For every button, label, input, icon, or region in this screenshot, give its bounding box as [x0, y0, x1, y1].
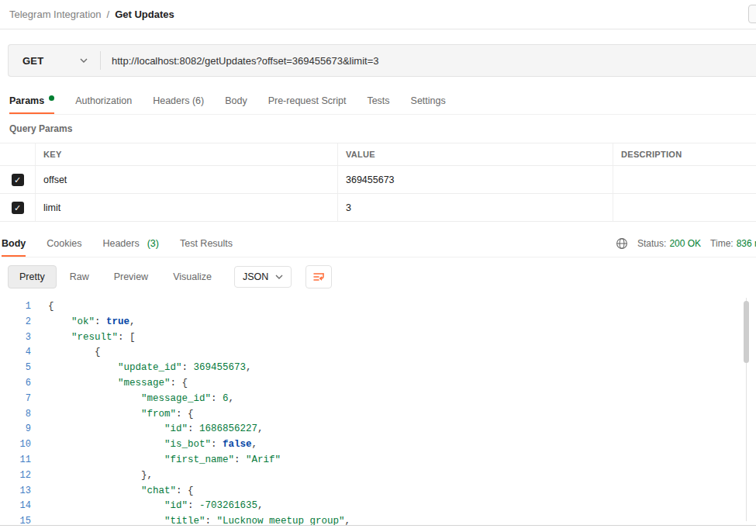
line-number-gutter: 123456789101112131415	[0, 299, 31, 525]
param-key[interactable]: limit	[35, 194, 337, 221]
response-tab-cookies[interactable]: Cookies	[47, 230, 81, 257]
tab-label: Tests	[367, 95, 389, 106]
method-select[interactable]: GET	[9, 45, 100, 76]
method-label: GET	[22, 55, 43, 67]
view-tab-preview[interactable]: Preview	[102, 265, 160, 288]
param-value[interactable]: 369455673	[337, 166, 613, 193]
request-tab-authorization[interactable]: Authorization	[75, 87, 132, 114]
tab-label: Test Results	[180, 238, 233, 249]
request-tab-pre-request-script[interactable]: Pre-request Script	[268, 87, 347, 114]
line-number: 6	[0, 376, 31, 392]
chevron-down-icon	[275, 275, 283, 279]
request-tab-settings[interactable]: Settings	[411, 87, 446, 114]
breadcrumb-request-name: Get Updates	[115, 9, 174, 20]
breadcrumb-collection[interactable]: Telegram Integration	[9, 9, 102, 20]
line-number: 12	[0, 468, 31, 484]
chevron-down-icon	[80, 58, 88, 63]
param-description[interactable]	[613, 166, 756, 193]
postman-request-window: Telegram Integration / Get Updates GET h…	[0, 0, 756, 532]
param-checkbox[interactable]: ✓	[12, 174, 24, 186]
network-globe-icon[interactable]	[616, 237, 628, 250]
query-params-table: KEYVALUEDESCRIPTION ✓offset369455673✓lim…	[0, 143, 756, 222]
code-line: "from": {	[48, 407, 350, 423]
status-label: Status:	[637, 238, 666, 249]
param-key[interactable]: offset	[35, 166, 337, 193]
view-tabs: PrettyRawPreviewVisualize	[8, 265, 223, 288]
code-line: "result": [	[48, 330, 350, 346]
vertical-scrollbar-thumb[interactable]	[744, 301, 749, 363]
param-row: ✓limit3	[0, 194, 756, 222]
response-body-code: { "ok": true, "result": [ { "update_id":…	[48, 299, 350, 525]
status-value: 200 OK	[669, 238, 701, 249]
response-view-toolbar: PrettyRawPreviewVisualize JSON	[8, 264, 332, 290]
response-tabs: BodyCookiesHeaders(3)Test Results Status…	[2, 230, 756, 257]
url-input[interactable]: http://localhost:8082/getUpdates?offset=…	[101, 55, 756, 67]
tab-label: Authorization	[75, 95, 132, 106]
code-line: {	[48, 299, 350, 315]
code-line: "id": 1686856227,	[48, 422, 350, 437]
response-tab-headers[interactable]: Headers(3)	[102, 230, 159, 257]
line-number: 14	[0, 499, 31, 514]
format-select[interactable]: JSON	[234, 266, 292, 288]
code-line: "chat": {	[48, 484, 350, 499]
code-line: {	[48, 345, 350, 361]
tab-label: Pre-request Script	[268, 95, 347, 106]
line-number: 10	[0, 437, 31, 453]
response-tab-body[interactable]: Body	[2, 230, 26, 257]
window-corner-button[interactable]	[748, 5, 756, 23]
column-header-select	[0, 143, 35, 165]
param-value[interactable]: 3	[337, 194, 613, 221]
code-line: "message": {	[48, 376, 350, 392]
request-tab-params[interactable]: Params	[9, 87, 54, 114]
request-tabs: ParamsAuthorizationHeaders (6)BodyPre-re…	[9, 87, 756, 115]
response-meta: Status: 200 OK Time: 836 ms	[616, 230, 756, 257]
wrap-lines-icon	[312, 271, 326, 283]
code-line: "message_id": 6,	[48, 392, 350, 407]
line-number: 11	[0, 453, 31, 468]
horizontal-scrollbar-track[interactable]	[0, 525, 756, 526]
line-number: 13	[0, 484, 31, 499]
code-line: "first_name": "Arif"	[48, 453, 350, 468]
request-url-bar: GET http://localhost:8082/getUpdates?off…	[8, 44, 756, 77]
wrap-lines-button[interactable]	[306, 265, 332, 288]
line-number: 9	[0, 422, 31, 437]
code-line: "title": "Lucknow meetup group",	[48, 514, 350, 525]
time-badge[interactable]: Time: 836 ms	[710, 238, 756, 249]
code-line: "update_id": 369455673,	[48, 361, 350, 376]
tab-label: Body	[2, 238, 26, 249]
column-header-key: KEY	[35, 143, 337, 165]
line-number: 2	[0, 315, 31, 330]
request-tab-body[interactable]: Body	[225, 87, 247, 114]
params-table-body: ✓offset369455673✓limit3	[0, 166, 756, 222]
view-tab-pretty[interactable]: Pretty	[8, 265, 57, 288]
tab-label: Headers (6)	[153, 95, 204, 106]
time-value: 836 ms	[737, 238, 756, 249]
line-number: 7	[0, 392, 31, 407]
request-tab-headers-6[interactable]: Headers (6)	[153, 87, 204, 114]
tab-label: Headers	[102, 238, 139, 249]
param-checkbox[interactable]: ✓	[12, 202, 24, 214]
line-number: 3	[0, 330, 31, 346]
code-line: },	[48, 468, 350, 484]
param-row: ✓offset369455673	[0, 166, 756, 194]
line-number: 15	[0, 514, 31, 525]
view-tab-visualize[interactable]: Visualize	[161, 265, 223, 288]
request-tab-tests[interactable]: Tests	[367, 87, 389, 114]
time-label: Time:	[710, 238, 734, 249]
line-number: 5	[0, 361, 31, 376]
param-description[interactable]	[613, 194, 756, 221]
code-line: "is_bot": false,	[48, 437, 350, 453]
response-tab-test-results[interactable]: Test Results	[180, 230, 233, 257]
param-select-cell: ✓	[0, 166, 35, 193]
params-table-header: KEYVALUEDESCRIPTION	[0, 143, 756, 166]
line-number: 4	[0, 345, 31, 361]
status-badge[interactable]: Status: 200 OK	[637, 238, 701, 249]
unsaved-params-dot	[49, 95, 54, 101]
response-body-viewer[interactable]: 123456789101112131415 { "ok": true, "res…	[0, 296, 756, 525]
format-label: JSON	[243, 271, 268, 282]
view-tab-raw[interactable]: Raw	[58, 265, 101, 288]
tab-label: Body	[225, 95, 247, 106]
breadcrumb-separator: /	[107, 9, 110, 20]
tab-label: Settings	[411, 95, 446, 106]
code-line: "ok": true,	[48, 315, 350, 330]
